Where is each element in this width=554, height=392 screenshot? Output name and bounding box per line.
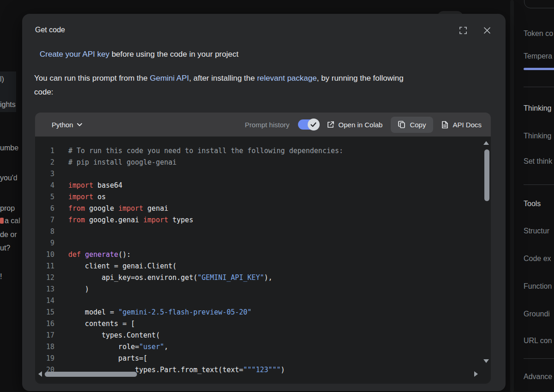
code-line: 7from google.genai import types — [35, 214, 482, 226]
prompt-history-label: Prompt history — [245, 121, 290, 129]
copy-button[interactable]: Copy — [391, 117, 433, 133]
open-in-new-icon — [327, 121, 334, 129]
code-line: 1# To run this code you need to install … — [35, 145, 482, 156]
api-docs-label: API Docs — [453, 121, 482, 129]
code-line: 2# pip install google-genai — [35, 156, 482, 168]
text-run: , after installing the — [189, 74, 257, 83]
code-token: base64 — [93, 181, 122, 190]
code-token: types.Content( — [68, 331, 160, 339]
line-number: 4 — [35, 181, 54, 190]
inline-link[interactable]: Gemini API — [150, 74, 189, 83]
code-text: ) — [68, 285, 89, 293]
code-panel: Python Prompt history — [35, 113, 491, 384]
line-number: 1 — [35, 147, 54, 155]
create-api-key-link[interactable]: Create your API key — [40, 50, 109, 59]
code-token: os — [93, 193, 106, 201]
code-line: 11 client = genai.Client( — [35, 260, 482, 272]
close-icon — [483, 27, 491, 34]
code-text: from google.genai import types — [68, 216, 193, 224]
line-number: 11 — [35, 262, 54, 270]
language-dropdown[interactable]: Python — [52, 121, 82, 129]
line-number: 18 — [35, 343, 54, 351]
code-token: contents = [ — [68, 320, 135, 328]
description-text: You can run this prompt from the Gemini … — [34, 71, 404, 99]
code-text: contents = [ — [68, 320, 135, 328]
open-in-colab-button[interactable]: Open in Colab — [327, 121, 383, 129]
code-line: 5import os — [35, 191, 482, 202]
line-number: 14 — [35, 297, 54, 305]
code-token: (): — [118, 250, 131, 259]
code-token: # pip install google-genai — [68, 158, 177, 166]
code-line: 6from google import genai — [35, 202, 482, 214]
code-line: 4import base64 — [35, 179, 482, 191]
code-token: google — [85, 204, 118, 213]
get-code-dialog: Get code Create your API key before usin… — [22, 14, 506, 391]
line-number: 8 — [35, 227, 54, 236]
code-token: types — [168, 216, 193, 224]
code-token: "GEMINI_API_KEY" — [197, 273, 264, 282]
chevron-down-icon — [77, 123, 82, 126]
vertical-scrollbar-thumb[interactable] — [484, 149, 489, 201]
code-line: 8 — [35, 226, 482, 237]
code-token: role= — [68, 343, 139, 351]
document-icon — [441, 121, 448, 129]
code-token: import — [118, 204, 143, 213]
code-token: "user" — [139, 343, 164, 351]
code-line: 14 — [35, 295, 482, 306]
code-text: from google import genai — [68, 204, 168, 213]
code-token: model = — [68, 308, 118, 316]
fullscreen-icon — [459, 26, 467, 35]
scroll-left-arrow[interactable] — [38, 371, 42, 377]
code-text: # To run this code you need to install t… — [68, 147, 343, 155]
dialog-title: Get code — [35, 26, 65, 34]
code-token: , — [164, 343, 168, 351]
text-run: code: — [34, 88, 54, 96]
code-token: import — [143, 216, 168, 224]
code-token: genai — [143, 204, 168, 213]
text-run: before using the code in your project — [109, 50, 238, 59]
code-toolbar: Python Prompt history — [35, 113, 491, 137]
code-text: role="user", — [68, 343, 168, 351]
code-text: # pip install google-genai — [68, 158, 177, 166]
code-token: client = genai.Client( — [68, 262, 177, 270]
close-button[interactable] — [482, 25, 493, 36]
description-line: code: — [34, 85, 404, 99]
code-token: google.genai — [85, 216, 143, 224]
line-number: 2 — [35, 158, 54, 166]
code-token — [81, 250, 85, 259]
code-editor[interactable]: 1# To run this code you need to install … — [35, 137, 491, 384]
code-line: 9 — [35, 237, 482, 249]
line-number: 16 — [35, 320, 54, 328]
code-token: ) — [281, 366, 285, 374]
code-token: import — [68, 193, 93, 201]
code-text: client = genai.Client( — [68, 262, 177, 270]
scroll-down-arrow[interactable] — [483, 359, 489, 363]
scroll-up-arrow[interactable] — [483, 141, 489, 145]
code-line: 18 role="user", — [35, 341, 482, 352]
text-run: You can run this prompt from the — [34, 74, 150, 83]
line-number: 10 — [35, 250, 54, 259]
code-line: 16 contents = [ — [35, 318, 482, 329]
code-text: types.Content( — [68, 331, 160, 339]
code-token: # To run this code you need to install t… — [68, 147, 343, 155]
code-token: from — [68, 216, 85, 224]
code-text: import os — [68, 193, 106, 201]
scroll-right-arrow[interactable] — [474, 371, 478, 377]
toggle-knob — [308, 119, 320, 131]
code-line: 10def generate(): — [35, 249, 482, 260]
line-number: 6 — [35, 204, 54, 213]
inline-link[interactable]: relevant package — [257, 74, 316, 83]
fullscreen-button[interactable] — [458, 25, 469, 36]
code-token: def — [68, 250, 81, 259]
line-number: 3 — [35, 170, 54, 178]
horizontal-scrollbar-thumb[interactable] — [45, 372, 137, 377]
prompt-history-toggle[interactable] — [298, 119, 318, 130]
line-number: 13 — [35, 285, 54, 293]
code-line: 13 ) — [35, 283, 482, 295]
description-line: You can run this prompt from the Gemini … — [34, 71, 404, 85]
code-token: ) — [68, 285, 89, 293]
code-text: model = "gemini-2.5-flash-preview-05-20" — [68, 308, 251, 316]
api-docs-button[interactable]: API Docs — [441, 121, 482, 129]
copy-icon — [398, 121, 405, 129]
line-number: 19 — [35, 354, 54, 362]
